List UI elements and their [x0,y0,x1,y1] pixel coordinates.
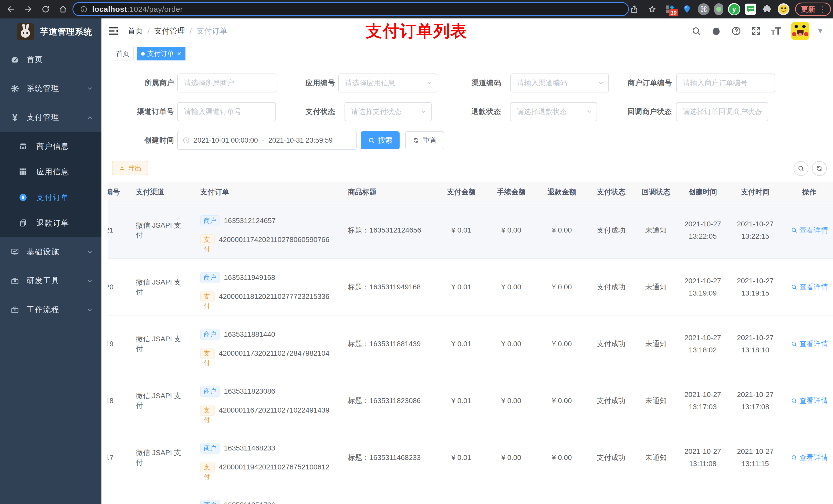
sidebar-item-merchant-info[interactable]: 商户信息 [0,134,101,159]
channel-code-field[interactable] [510,73,609,93]
font-size-icon[interactable]: TT [771,25,781,37]
cell-amount: ¥ 0.01 [437,202,486,258]
sidebar-item-system-management[interactable]: 系统管理 [0,74,101,103]
forward-icon[interactable] [24,5,33,14]
merchant-order-no: 1635311468233 [224,444,275,452]
extension-balloon-icon[interactable] [681,3,693,15]
cell-channel [124,486,186,504]
cell-title: 标题：1635311823086 [329,373,437,429]
extensions-puzzle-icon[interactable] [761,3,773,15]
update-button[interactable]: 更新 ⋮ [795,3,831,16]
filter-merchant-input[interactable] [177,73,277,93]
filter-merchant-order-no-input[interactable] [676,73,775,93]
back-icon[interactable] [6,5,15,14]
filter-label-merchant-order-no: 商户订单编号 [609,73,672,93]
sidebar-item-label: 应用信息 [37,167,69,177]
close-icon[interactable]: × [176,50,181,57]
sidebar-item-dev-tools[interactable]: 研发工具 [0,266,101,295]
pay-badge: 支付 [200,348,215,359]
extension-chat-icon[interactable] [745,4,756,15]
info-icon[interactable] [80,5,88,13]
filter-label-pay-status: 支付状态 [276,102,335,121]
sidebar-item-payment-management[interactable]: ¥支付管理 [0,103,101,132]
cell-action: 查看详情 [782,373,833,429]
sidebar-item-home[interactable]: 首页 [0,45,101,74]
sidebar-item-app-info[interactable]: 应用信息 [0,159,101,185]
extension-emoji-icon[interactable] [778,3,789,15]
reset-button[interactable]: 重置 [405,131,444,149]
filter-pay-status-select[interactable] [344,102,432,121]
app-no-field[interactable] [338,73,437,93]
date-range-input[interactable]: 2021-10-01 00:00:00-2021-10-31 23:59:59 [177,131,357,150]
fullscreen-icon[interactable] [751,26,761,36]
share-icon[interactable] [629,5,639,14]
tab-home[interactable]: 首页 [112,47,134,61]
col-header: 操作 [782,182,833,201]
filter-channel-code-select[interactable] [510,73,609,93]
filter-row: 所属商户应用编号渠道编码商户订单编号 [108,73,775,93]
order-line: 商户1635311823086 [200,386,275,397]
cell-notify-status: 未通知 [636,373,676,429]
merchant-field[interactable] [177,73,277,93]
export-button[interactable]: 导出 [112,161,148,175]
sidebar-item-refund-order[interactable]: 退款订单 [0,210,101,236]
cell-pay-status: 支付成功 [587,429,636,486]
reload-icon[interactable] [41,5,50,14]
view-detail-link[interactable]: 查看详情 [791,396,828,406]
cell-refund: ¥ 0.00 [537,202,587,258]
extension-grid-icon[interactable]: 10 [664,3,676,15]
filter-channel-order-no-input[interactable] [177,102,276,121]
logo[interactable]: 芋道管理系统 [0,19,101,45]
pay-status-field[interactable] [344,102,432,121]
view-detail-link[interactable]: 查看详情 [791,282,828,292]
cell-notify-status: 未通知 [636,315,676,372]
merchant-order-no-field[interactable] [676,73,775,93]
tab-active-dot [141,52,145,55]
order-line: 商户1635311468233 [200,442,275,454]
hamburger-icon[interactable] [108,25,119,37]
view-detail-link[interactable]: 查看详情 [791,339,828,349]
search-icon[interactable] [691,26,701,36]
refund-status-field[interactable] [510,102,597,121]
extension-command-icon[interactable]: ⌘ [698,3,710,15]
cell-pay-status: 支付成功 [587,259,636,315]
filter-form: 所属商户应用编号渠道编码商户订单编号渠道订单号支付状态退款状态回调商户状态 创建… [108,73,775,160]
pay-badge: 支付 [200,291,215,302]
hide-search-button[interactable] [793,161,808,176]
briefcase-icon [10,305,20,314]
chevron-down-icon[interactable]: ▼ [817,27,824,35]
url-bar[interactable]: localhost:1024/pay/order [72,2,629,16]
cell-pay-time: 2021-10-2713:11:15 [729,429,782,486]
cell-title: 标题：1635311881439 [329,315,437,372]
extension-dot-icon[interactable] [714,3,723,15]
view-detail-link[interactable]: 查看详情 [791,225,828,235]
filter-label-channel-code: 渠道编码 [437,73,501,93]
notify-status-field[interactable] [676,102,768,121]
github-icon[interactable] [711,26,721,36]
extension-badge: 10 [669,9,678,16]
refresh-button[interactable] [812,161,827,176]
view-detail-link[interactable]: 查看详情 [791,453,828,462]
home-icon[interactable] [58,5,68,14]
avatar[interactable] [791,22,809,40]
cell-order-no: 商户1635311881440支付42000011732021102728479… [186,315,329,372]
cell-order-no: 商户1635311468233支付42000011942021102767521… [186,429,329,486]
filter-app-no-select[interactable] [338,73,437,93]
extension-y-icon[interactable]: y [728,3,740,15]
breadcrumb: 首页/支付管理/支付订单 [127,26,227,37]
bookmark-star-icon[interactable] [647,5,657,14]
channel-order-no-field[interactable] [177,102,276,121]
filter-refund-status-select[interactable] [510,102,597,121]
cell-pay-time: 2021-10-2713:17:08 [729,373,782,429]
sidebar-item-infrastructure[interactable]: 基础设施 [0,237,101,266]
search-button[interactable]: 搜索 [361,131,400,149]
help-icon[interactable] [731,26,741,36]
cell-create-time: 2021-10-2713:22:05 [676,202,729,258]
cell-title: 标题：1635311468233 [329,429,437,486]
sidebar-item-workflow[interactable]: 工作流程 [0,295,101,324]
browser-menu-icon[interactable]: ⋮ [818,5,826,14]
breadcrumb-item[interactable]: 首页 [127,26,143,37]
tab-payment-order[interactable]: 支付订单× [137,47,186,61]
sidebar-item-payment-order[interactable]: 支付订单 [0,185,101,210]
filter-notify-status-select[interactable] [676,102,768,121]
